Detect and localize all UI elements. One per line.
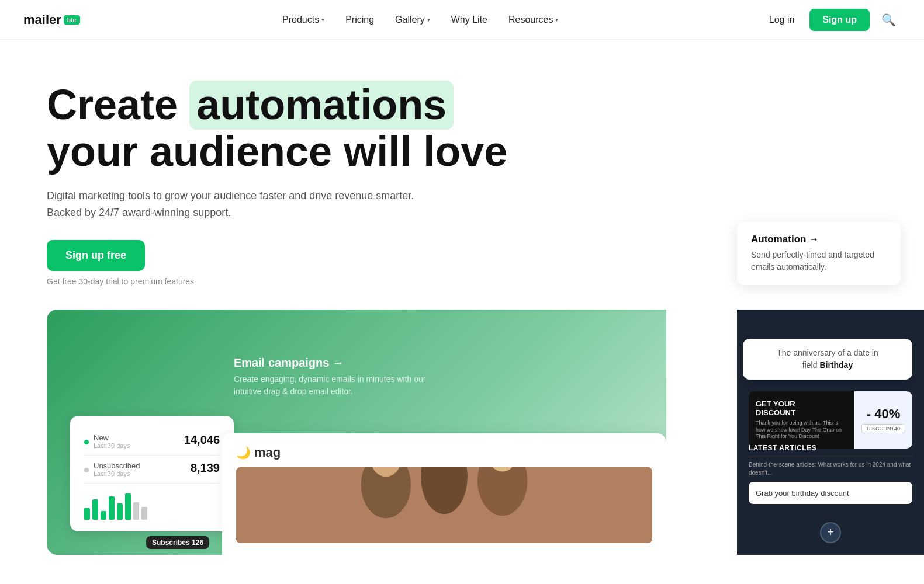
stats-row-unsub: Unsubscribed Last 30 days 8,139	[84, 456, 220, 484]
automation-panel: Automation → Send perfectly-timed and ta…	[737, 222, 901, 285]
new-dot	[84, 440, 89, 444]
hero-section: Create automations your audience will lo…	[0, 40, 701, 286]
stats-unsub-label: Unsubscribed	[94, 461, 140, 470]
login-link[interactable]: Log in	[761, 10, 803, 30]
nav-links: Products ▾ Pricing Gallery ▾ Why Lite Re…	[274, 10, 566, 30]
stats-row-new: New Last 30 days 14,046	[84, 427, 220, 456]
unsub-dot	[84, 468, 89, 472]
stats-new-label: New	[94, 433, 130, 442]
moon-icon: 🌙	[236, 446, 251, 460]
hero-headline: Create automations your audience will lo…	[47, 81, 655, 173]
email-campaigns-desc: Create engaging, dynamic emails in minut…	[234, 373, 432, 398]
navbar: mailer lite Products ▾ Pricing Gallery ▾…	[0, 0, 924, 40]
articles-divider	[749, 456, 912, 456]
logo-badge: lite	[64, 15, 80, 25]
anniversary-text: The anniversary of a date in field Birth…	[753, 347, 902, 371]
signup-button[interactable]: Sign up	[809, 9, 870, 31]
search-icon[interactable]: 🔍	[877, 11, 901, 29]
discount-sub: Thank you for being with us. This is how…	[756, 420, 847, 440]
discount-title: GET YOURDISCOUNT	[756, 399, 847, 418]
chevron-down-icon: ▾	[427, 16, 430, 23]
nav-actions: Log in Sign up 🔍	[761, 9, 901, 31]
articles-section: LATEST ARTICLES Behind-the-scene article…	[749, 444, 912, 504]
discount-right: - 40% DISCOUNT40	[854, 391, 912, 449]
logo-text: mailer	[23, 12, 61, 27]
logo[interactable]: mailer lite	[23, 12, 80, 27]
email-campaigns-card: Email campaigns → Create engaging, dynam…	[234, 356, 432, 398]
discount-card: GET YOURDISCOUNT Thank you for being wit…	[749, 391, 912, 449]
nav-pricing[interactable]: Pricing	[337, 10, 382, 30]
automation-title: Automation →	[751, 234, 887, 245]
email-preview-logo: 🌙 mag	[236, 445, 652, 460]
hero-cta-note: Get free 30-day trial to premium feature…	[47, 277, 655, 286]
discount-code: DISCOUNT40	[861, 424, 905, 433]
email-people-image	[236, 467, 652, 543]
nav-resources[interactable]: Resources ▾	[500, 10, 566, 30]
add-step-button[interactable]: +	[820, 522, 841, 543]
main-section: Email campaigns → Create engaging, dynam…	[0, 310, 924, 555]
articles-grab-text: Grab your birthday discount	[756, 489, 849, 498]
signup-free-button[interactable]: Sign up free	[47, 240, 145, 271]
stats-unsub-period: Last 30 days	[94, 470, 140, 477]
anniversary-card: The anniversary of a date in field Birth…	[743, 339, 912, 380]
articles-grab-card: Grab your birthday discount	[749, 482, 912, 504]
articles-title: LATEST ARTICLES	[749, 444, 912, 452]
right-dark-panel: The anniversary of a date in field Birth…	[737, 310, 924, 555]
stats-unsub-value: 8,139	[191, 461, 220, 475]
green-panel: Email campaigns → Create engaging, dynam…	[47, 310, 666, 555]
hero-subtext: Digital marketing tools to grow your aud…	[47, 187, 432, 221]
chevron-down-icon: ▾	[321, 16, 324, 23]
email-campaigns-title: Email campaigns →	[234, 356, 432, 370]
automation-desc: Send perfectly-timed and targeted emails…	[751, 249, 887, 273]
nav-products[interactable]: Products ▾	[274, 10, 333, 30]
email-preview-logo-text: mag	[254, 445, 281, 460]
hero-cta-wrap: Sign up free Get free 30-day trial to pr…	[47, 240, 655, 286]
stats-new-value: 14,046	[184, 433, 220, 447]
nav-why-lite[interactable]: Why Lite	[443, 10, 496, 30]
article-preview-text: Behind-the-scene articles: What works fo…	[749, 461, 912, 477]
discount-percent: - 40%	[867, 406, 900, 422]
email-preview-card: 🌙 mag	[222, 433, 666, 555]
chevron-down-icon: ▾	[555, 16, 558, 23]
hero-highlight: automations	[189, 81, 454, 130]
subscribes-badge: Subscribes 126	[146, 536, 209, 549]
mini-chart	[84, 491, 220, 520]
nav-gallery[interactable]: Gallery ▾	[387, 10, 438, 30]
anniversary-bold: Birthday	[819, 360, 853, 370]
stats-card: New Last 30 days 14,046 Unsubscribed Las…	[70, 416, 234, 531]
stats-new-period: Last 30 days	[94, 442, 130, 449]
discount-left: GET YOURDISCOUNT Thank you for being wit…	[749, 391, 854, 449]
email-preview-image	[236, 467, 652, 543]
